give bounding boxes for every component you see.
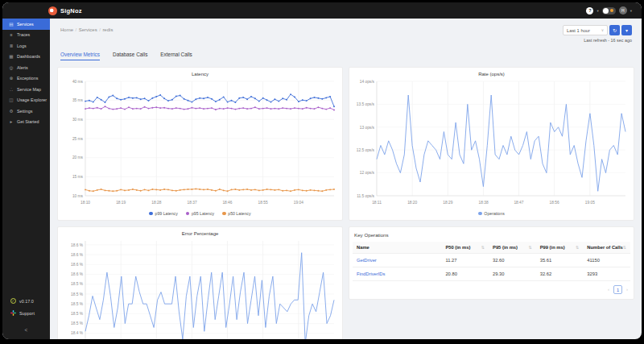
tab-overview-metrics[interactable]: Overview Metrics (60, 52, 100, 60)
latency-chart-canvas[interactable]: 18:1018:1918:2818:3718:4618:5519:0440 ms… (61, 77, 338, 206)
sidebar-item-usage-explorer[interactable]: ◫Usage Explorer (2, 95, 50, 106)
alerts-icon: ◎ (9, 65, 14, 70)
sidebar-item-traces[interactable]: ≡Traces (2, 30, 50, 41)
sidebar-item-alerts[interactable]: ◎Alerts (2, 62, 50, 73)
legend-item[interactable]: p95 Latency (186, 210, 214, 218)
help-chevron-down-icon[interactable]: ▾ (597, 9, 598, 13)
sidebar: ▤Services≡Traces≣Logs▦Dashboards◎Alerts⊗… (2, 19, 50, 339)
sidebar-menu: ▤Services≡Traces≣Logs▦Dashboards◎Alerts⊗… (2, 19, 50, 127)
svg-text:25 ms: 25 ms (72, 136, 84, 140)
refresh-button[interactable]: ↻ (609, 25, 620, 35)
column-header-name: Name (353, 242, 441, 254)
legend-item[interactable]: p99 Latency (149, 210, 177, 218)
column-header-p99-in-ms-[interactable]: P99 (in ms)⇅ (536, 242, 584, 254)
sidebar-item-get-started[interactable]: ▸Get Started (2, 117, 50, 128)
operation-link[interactable]: FindDriverIDs (353, 267, 441, 280)
sidebar-item-label: Exceptions (17, 76, 38, 81)
svg-text:18.5 %: 18.5 % (71, 301, 84, 305)
svg-text:18.4 %: 18.4 % (71, 331, 84, 335)
avatar[interactable]: H (619, 6, 627, 15)
sorter-icon[interactable]: ⇅ (623, 245, 626, 250)
breadcrumb-item[interactable]: Home (60, 27, 73, 32)
tab-database-calls[interactable]: Database Calls (113, 52, 147, 60)
sidebar-item-services[interactable]: ▤Services (2, 19, 50, 30)
legend-dot-icon (222, 212, 226, 216)
svg-text:30 ms: 30 ms (72, 118, 84, 122)
user-chevron-down-icon[interactable]: ▾ (630, 9, 632, 13)
legend-item[interactable]: p50 Latency (222, 210, 250, 218)
breadcrumb-item[interactable]: redis (102, 27, 113, 32)
page-next-icon[interactable]: › (626, 287, 628, 292)
column-label: Number of Calls (587, 245, 622, 250)
column-header-number-of-calls[interactable]: Number of Calls⇅ (583, 242, 630, 254)
svg-text:18:46: 18:46 (222, 200, 232, 204)
svg-text:18.6 %: 18.6 % (71, 242, 84, 247)
column-header-p95-in-ms-[interactable]: P95 (in ms)⇅ (489, 242, 536, 254)
sorter-icon[interactable]: ⇅ (576, 245, 579, 250)
svg-text:12 ops/s: 12 ops/s (360, 171, 375, 175)
key-operations-panel: Key Operations NameP50 (in ms)⇅P95 (in m… (349, 226, 634, 300)
column-label: P99 (in ms) (540, 245, 565, 250)
sorter-icon[interactable]: ⇅ (528, 245, 531, 250)
column-label: P50 (in ms) (445, 245, 470, 250)
sidebar-item-dashboards[interactable]: ▦Dashboards (2, 52, 50, 63)
svg-text:19:05: 19:05 (585, 200, 595, 204)
sidebar-item-settings[interactable]: ⚙Settings (2, 106, 50, 117)
sidebar-item-label: Dashboards (17, 54, 40, 59)
sidebar-item-label: Service Map (17, 87, 41, 92)
svg-text:18.6 %: 18.6 % (71, 252, 84, 256)
error-percentage-panel: Error Percentage 18.6 %18.6 %18.6 %18.6 … (57, 226, 343, 340)
svg-text:18.6 %: 18.6 % (71, 272, 84, 276)
breadcrumb-item[interactable]: Services (79, 27, 97, 32)
column-header-p50-in-ms-[interactable]: P50 (in ms)⇅ (441, 242, 489, 254)
legend-dot-icon (478, 212, 482, 216)
svg-text:40 ms: 40 ms (72, 79, 84, 83)
error-chart-canvas[interactable]: 18.6 %18.6 %18.6 %18.6 %18.5 %18.5 %18.5… (61, 237, 338, 340)
breadcrumb: Home/Services/redis (60, 25, 113, 43)
refresh-icon: ↻ (613, 27, 617, 33)
svg-text:18:28: 18:28 (151, 200, 161, 204)
svg-text:15 ms: 15 ms (72, 175, 84, 179)
sidebar-item-exceptions[interactable]: ⊗Exceptions (2, 73, 50, 85)
settings-icon: ⚙ (9, 109, 14, 114)
theme-toggle[interactable] (602, 7, 616, 15)
legend-label: Operations (484, 211, 504, 216)
legend-item[interactable]: Operations (478, 210, 504, 218)
toggle-dot-icon (610, 9, 614, 13)
time-range-select[interactable]: Last 1 hour ∨ (563, 25, 608, 35)
key-operations-table: NameP50 (in ms)⇅P95 (in ms)⇅P99 (in ms)⇅… (353, 242, 630, 281)
table-cell: 20.80 (441, 267, 489, 280)
refresh-options-button[interactable]: ▾ (621, 25, 632, 35)
breadcrumb-separator: / (99, 27, 101, 32)
brand: SigNoz (48, 6, 82, 15)
help-icon[interactable]: ? (586, 7, 593, 15)
svg-text:18:38: 18:38 (479, 200, 489, 204)
app-window: SigNoz ? ▾ H ▾ ▤Services≡Traces≣Logs▦Das… (2, 2, 642, 339)
rate-chart-canvas[interactable]: 18:1118:2018:2918:3818:4718:5619:0514 op… (353, 77, 630, 206)
sidebar-item-logs[interactable]: ≣Logs (2, 40, 50, 52)
svg-text:18:47: 18:47 (514, 200, 523, 204)
services-icon: ▤ (9, 22, 14, 27)
brand-name: SigNoz (60, 7, 82, 15)
svg-text:12.5 ops/s: 12.5 ops/s (357, 147, 375, 151)
operation-link[interactable]: GetDriver (353, 253, 441, 267)
page-number-button[interactable]: 1 (613, 285, 622, 294)
table-cell: 32.62 (536, 267, 584, 280)
tab-external-calls[interactable]: External Calls (160, 52, 192, 60)
get-started-icon: ▸ (9, 119, 14, 124)
table-cell: 11.27 (441, 253, 489, 267)
dashboards-icon: ▦ (9, 54, 14, 59)
panels-grid: Latency 18:1018:1918:2818:3718:4618:5519… (57, 67, 634, 340)
sidebar-collapse-button[interactable]: < (2, 322, 50, 337)
sidebar-support[interactable]: Support (2, 307, 50, 319)
table-cell: 35.61 (536, 253, 584, 267)
key-operations-title: Key Operations (354, 232, 630, 238)
page-prev-icon[interactable]: ‹ (608, 287, 609, 292)
sidebar-item-label: Alerts (17, 65, 28, 70)
sidebar-item-label: Get Started (17, 119, 39, 124)
sidebar-version[interactable]: ✓ v0.17.0 (2, 295, 50, 307)
breadcrumb-separator: / (76, 27, 77, 32)
svg-text:18:10: 18:10 (80, 200, 90, 204)
sidebar-item-service-map[interactable]: ∴Service Map (2, 84, 50, 95)
sorter-icon[interactable]: ⇅ (481, 245, 485, 250)
